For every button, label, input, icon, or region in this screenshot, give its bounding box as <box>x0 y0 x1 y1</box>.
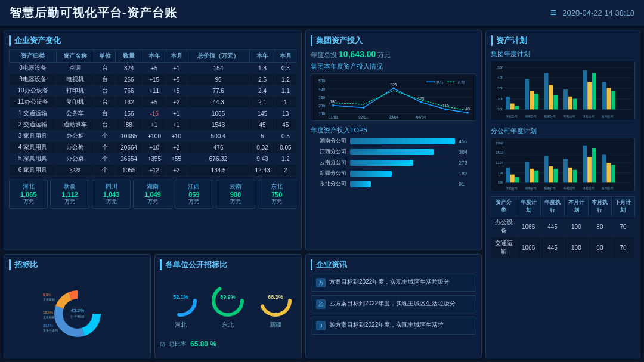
menu-icon[interactable]: ≡ <box>550 7 557 19</box>
svg-point-11 <box>363 107 365 109</box>
svg-text:年度计划: 年度计划 <box>532 191 544 191</box>
svg-rect-94 <box>602 154 606 182</box>
svg-text:300: 300 <box>318 95 325 100</box>
region-item: 湖南1,049万元 <box>133 180 172 209</box>
svg-rect-56 <box>611 91 615 109</box>
circle-xinjiang: 68.3% 新疆 <box>258 283 293 329</box>
main-grid: 企业资产变化 资产归类 资产名称 单位 数量 本年 本月 总价值（万元） 本年 … <box>0 26 644 362</box>
svg-rect-83 <box>530 169 534 182</box>
svg-text:68.3%: 68.3% <box>268 294 283 300</box>
datetime: 2020-04-22 14:38:18 <box>562 8 634 17</box>
region-item: 云南988万元 <box>216 180 255 209</box>
region-item: 河北1,065万元 <box>9 180 48 209</box>
svg-text:100: 100 <box>497 107 504 111</box>
svg-text:直接划拨: 直接划拨 <box>43 315 55 319</box>
svg-text:计划: 计划 <box>457 80 465 84</box>
svg-rect-48 <box>564 89 568 109</box>
svg-point-10 <box>332 104 335 107</box>
svg-rect-80 <box>510 175 515 183</box>
svg-text:公开招标: 公开招标 <box>70 315 85 318</box>
svg-text:河北公司: 河北公司 <box>506 186 518 190</box>
svg-text:新疆公司: 新疆公司 <box>544 115 556 118</box>
table-row: 办公设备10664451008070 <box>491 216 635 237</box>
svg-text:6.5%: 6.5% <box>43 293 51 296</box>
svg-text:云南公司: 云南公司 <box>602 186 614 190</box>
circle-dongbei-label: 东北 <box>222 321 234 329</box>
public-bidding-panel: 各单位公开招标比 52.1% 河北 89.9% <box>154 254 302 358</box>
table-row: 交通运输10664451008070 <box>491 237 635 258</box>
svg-rect-63 <box>504 120 508 120</box>
asset-change-title: 企业资产变化 <box>9 35 296 46</box>
svg-rect-81 <box>515 177 519 183</box>
news-list: 方方案目标到2022年度，实现主城区生活垃圾分乙乙方案目标到2022年度，实现主… <box>311 274 476 335</box>
svg-rect-88 <box>564 159 568 182</box>
svg-rect-54 <box>602 82 606 109</box>
svg-text:1592: 1592 <box>496 151 503 154</box>
table-row: 11办公设备复印机台132+5+244.32.11 <box>10 97 296 108</box>
region-bar: 河北1,065万元新疆1,112万元四川1,043万元湖南1,049万元江西85… <box>9 180 296 209</box>
svg-text:滇北公司: 滇北公司 <box>583 115 595 118</box>
svg-rect-52 <box>587 82 592 109</box>
group-plan-chart: 500 400 300 200 100 <box>491 61 635 120</box>
total-rate: ☑ 总比率 65.80 % <box>160 338 296 348</box>
svg-text:执行: 执行 <box>436 80 444 84</box>
svg-rect-53 <box>592 73 596 110</box>
svg-rect-47 <box>553 95 558 110</box>
svg-text:1990: 1990 <box>496 141 504 145</box>
col-total: 总价值（万元） <box>187 50 250 63</box>
svg-text:100: 100 <box>318 112 325 116</box>
svg-text:796: 796 <box>497 171 503 175</box>
svg-text:湖南公司: 湖南公司 <box>525 186 537 190</box>
svg-rect-39 <box>506 97 510 110</box>
svg-text:东北公司: 东北公司 <box>564 115 575 118</box>
region-item: 江西859万元 <box>175 180 213 209</box>
svg-rect-96 <box>611 165 615 182</box>
svg-text:东北公司: 东北公司 <box>564 186 575 190</box>
svg-text:89.9%: 89.9% <box>221 294 236 300</box>
svg-rect-85 <box>544 156 549 182</box>
svg-text:年度执行: 年度执行 <box>565 119 577 120</box>
donut-chart: 45.2% 公开招标 6.5% 直接采购 35.5% 竞争性谈判 12.9% 直… <box>42 284 113 344</box>
svg-rect-65 <box>531 120 534 120</box>
svg-point-12 <box>392 87 395 89</box>
svg-rect-95 <box>606 163 611 182</box>
group-asset-title: 集团资产投入 <box>311 35 476 46</box>
hbar-item: 湖南分公司 455 <box>311 137 476 145</box>
table-row: 5 家具用具办公桌个26654+355+55676.329.431.2 <box>10 153 296 165</box>
asset-plan-title: 资产计划 <box>491 35 635 46</box>
svg-rect-42 <box>525 79 529 109</box>
top5-title: 年度资产投入TOP5 <box>311 126 476 135</box>
svg-text:04/04: 04/04 <box>416 115 426 119</box>
svg-text:总资产: 总资产 <box>509 191 518 191</box>
bidding-title: 招标比 <box>9 259 145 270</box>
svg-text:直接采购: 直接采购 <box>43 298 55 301</box>
plan-col-month: 本月计划 <box>564 197 588 216</box>
table-row: 1 交通运输公务车台156-15+1106514513 <box>10 108 296 119</box>
col-name: 资产名称 <box>57 50 94 63</box>
svg-rect-45 <box>544 73 549 110</box>
svg-text:200: 200 <box>318 104 325 108</box>
svg-rect-89 <box>568 168 572 182</box>
table-row: 3 家具用具办公柜个10665+100+10500.450.5 <box>10 131 296 142</box>
public-bidding-title: 各单位公开招标比 <box>160 259 296 270</box>
circle-hebei-label: 河北 <box>175 321 187 329</box>
col-month2: 本月 <box>275 50 296 63</box>
svg-point-13 <box>420 101 422 103</box>
table-row: 6 家具用具沙发个1055+12+2134.512.432 <box>10 165 296 176</box>
svg-text:45.2%: 45.2% <box>70 308 84 313</box>
svg-text:湖南公司: 湖南公司 <box>525 115 537 118</box>
svg-text:云南公司: 云南公司 <box>602 115 614 118</box>
svg-point-14 <box>445 108 447 110</box>
svg-text:35.5%: 35.5% <box>43 324 54 327</box>
bottom-left-panels: 招标比 45.2% 公开招标 6.5% 直接采 <box>4 254 302 358</box>
year-total: 年度总投 10,643.00 万元 <box>311 49 476 60</box>
table-row: 4 家具用具办公椅个20664+10+24760.320.05 <box>10 142 296 153</box>
hbar-item: 江西分公司 364 <box>311 148 476 156</box>
svg-rect-41 <box>515 106 519 109</box>
svg-text:325: 325 <box>391 83 397 87</box>
svg-rect-44 <box>534 94 538 109</box>
svg-point-15 <box>466 112 469 114</box>
svg-rect-92 <box>587 157 592 182</box>
svg-text:竞争性谈判: 竞争性谈判 <box>43 329 58 332</box>
svg-rect-43 <box>530 91 534 109</box>
